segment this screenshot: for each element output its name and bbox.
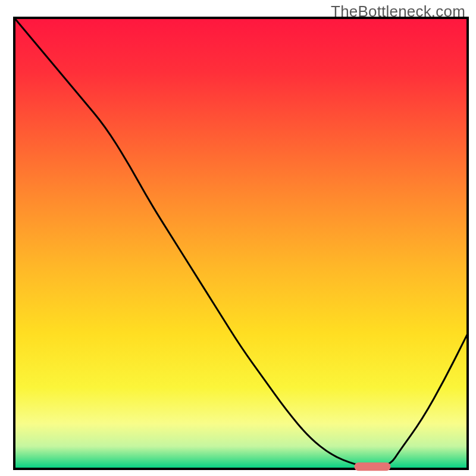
plot-background <box>14 18 468 469</box>
watermark-text: TheBottleneck.com <box>331 2 465 21</box>
chart-container: TheBottleneck.com <box>0 0 476 476</box>
optimal-range-marker <box>355 462 391 471</box>
bottleneck-chart <box>0 0 476 476</box>
